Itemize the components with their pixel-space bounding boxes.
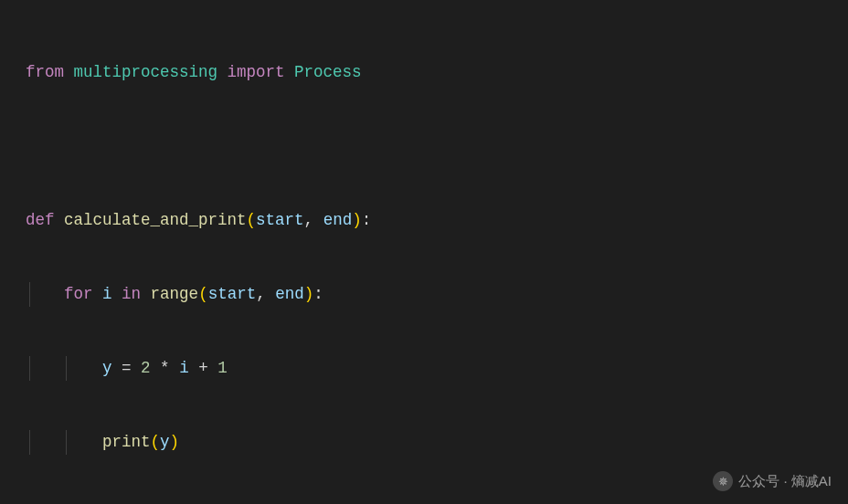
code-editor[interactable]: from multiprocessing import Process def … [0,0,848,504]
param: end [323,211,353,229]
code-line: for i in range(start, end): [0,282,848,307]
arg: start [208,285,257,303]
arg: y [160,433,170,451]
code-line: from multiprocessing import Process [0,60,848,85]
builtin: range [151,285,199,303]
wechat-icon: ✵ [713,471,733,491]
number: 1 [217,359,228,377]
keyword-for: for [64,285,93,303]
module-name: multiprocessing [74,63,218,81]
var: i [102,285,112,303]
watermark: ✵ 公众号 · 熵减AI [713,471,832,491]
code-line [0,134,848,159]
arg: end [275,285,304,303]
param: start [256,211,304,229]
keyword-def: def [26,211,55,229]
var: y [102,359,112,377]
keyword-in: in [122,285,141,303]
class-name: Process [294,63,362,81]
keyword-from: from [26,63,64,81]
code-line: y = 2 * i + 1 [0,356,848,381]
code-line: print(y) [0,430,848,455]
function-name: calculate_and_print [64,211,247,229]
number: 2 [141,359,151,377]
code-line: def calculate_and_print(start, end): [0,208,848,233]
builtin: print [102,433,151,451]
keyword-import: import [228,63,285,81]
watermark-label: 公众号 · 熵减AI [738,473,832,490]
var: i [179,359,189,377]
